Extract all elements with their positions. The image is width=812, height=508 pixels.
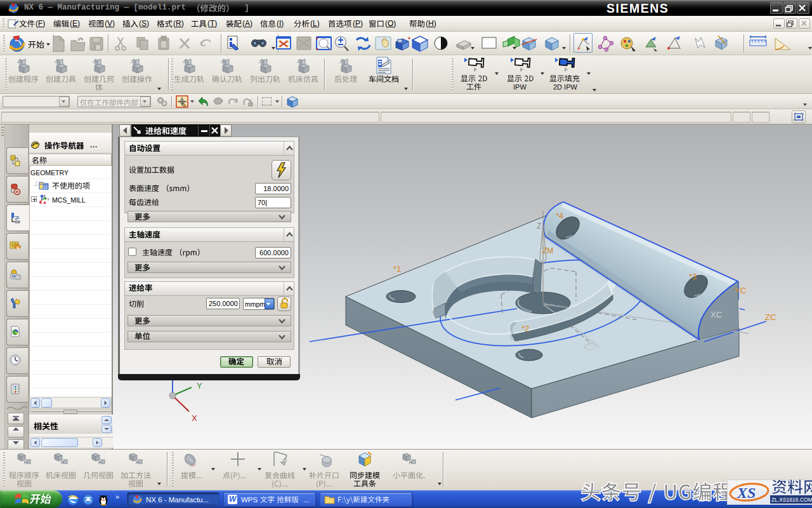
svg-text:Y: Y — [47, 197, 49, 201]
svg-text:Y: Y — [197, 381, 202, 391]
svg-text:Z: Z — [43, 194, 46, 198]
svg-text:X: X — [192, 413, 197, 423]
svg-text:XS: XS — [737, 485, 756, 501]
svg-text:Z: Z — [537, 222, 541, 231]
